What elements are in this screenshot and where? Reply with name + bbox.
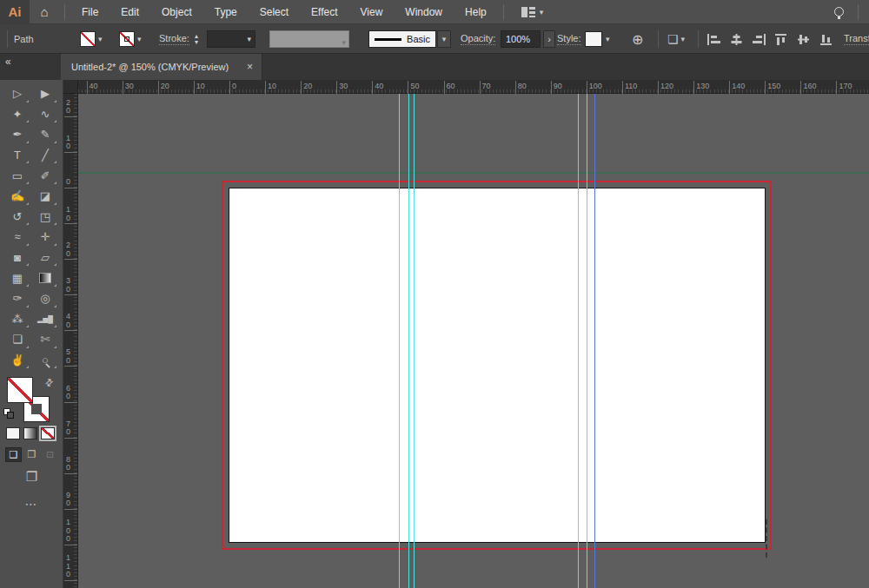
control-divider (658, 30, 659, 48)
shape-builder-tool[interactable]: ◙ (5, 248, 30, 268)
document-tab[interactable]: Untitled-2* @ 150% (CMYK/Preview) × (61, 54, 262, 80)
magic-wand-tool[interactable]: ✦ (5, 104, 30, 125)
default-fill-stroke-icon[interactable] (3, 408, 14, 419)
hruler-label: 70 (480, 81, 491, 94)
gradient-tool[interactable]: ▧ (33, 268, 57, 288)
menu-help[interactable]: Help (454, 0, 498, 24)
horizontal-align-left-button[interactable] (706, 33, 721, 46)
vruler-label: 30 (66, 277, 72, 294)
mesh-tool[interactable]: ▦ (5, 268, 30, 288)
puppet-warp-tool[interactable]: ✛ (33, 227, 57, 248)
slice-tool-icon: ✄ (41, 333, 50, 346)
menu-select[interactable]: Select (249, 0, 300, 24)
vruler-label: 0 (66, 178, 72, 187)
chevron-down-icon: ▾ (681, 35, 686, 43)
ruler-origin-corner[interactable] (63, 80, 78, 94)
app-logo[interactable]: Ai (0, 0, 30, 24)
symbol-sprayer-tool[interactable]: ⁂ (5, 309, 30, 330)
horizontal-align-center-button[interactable] (729, 33, 744, 46)
opacity-panel-arrow[interactable]: › (543, 24, 555, 54)
hruler-label: 130 (693, 81, 709, 94)
vruler-tick (64, 152, 77, 153)
gradient-button[interactable] (23, 427, 37, 439)
stroke-weight-select[interactable]: ▾ (207, 24, 255, 54)
selection-tool[interactable]: ▷ (5, 83, 30, 104)
collapse-panel-icon[interactable]: « (5, 56, 11, 68)
vertical-ruler[interactable]: 20100102030405060708090100110 (63, 94, 78, 588)
eyedropper-tool[interactable]: ✑ (5, 288, 30, 309)
draw-behind-icon[interactable]: ❒ (23, 447, 40, 462)
graphic-style-label[interactable]: Style: (557, 24, 581, 54)
graphic-style-swatch[interactable] (585, 24, 602, 54)
rectangle-tool[interactable]: ▭ (5, 165, 30, 186)
vertical-align-center-button[interactable] (797, 33, 812, 46)
menu-type[interactable]: Type (203, 0, 249, 24)
draw-normal-icon[interactable]: ❑ (5, 447, 22, 462)
canvas[interactable] (78, 94, 869, 588)
close-icon[interactable]: × (247, 61, 253, 73)
menu-edit[interactable]: Edit (109, 0, 150, 24)
stroke-weight-label[interactable]: Stroke: (159, 24, 189, 54)
stroke-color-swatch[interactable] (119, 24, 135, 54)
brush-definition-dropdown[interactable]: ▾ (437, 24, 451, 54)
opacity-input[interactable]: 100% (501, 24, 541, 54)
transform-panel-link[interactable]: Transf (844, 24, 869, 54)
pen-tool-icon: ✒ (13, 128, 23, 141)
fill-color-indicator[interactable] (7, 377, 33, 403)
hruler-label: 30 (123, 81, 134, 94)
artboard-tool[interactable]: ❏ (5, 329, 30, 350)
fill-color-swatch[interactable] (80, 24, 96, 54)
column-graph-tool[interactable]: ▂▅█ (33, 309, 57, 330)
eraser-tool[interactable]: ◪ (33, 186, 57, 207)
vruler-tick (64, 294, 77, 295)
perspective-grid-tool[interactable]: ▱ (33, 248, 57, 268)
menu-window[interactable]: Window (394, 0, 454, 24)
scale-tool[interactable]: ◳ (33, 207, 57, 228)
change-screen-mode-icon[interactable]: ❐ (0, 469, 63, 485)
curvature-tool[interactable]: ✎ (33, 124, 57, 145)
vertical-guide-blue (594, 94, 595, 588)
vertical-align-bottom-icon (819, 33, 834, 46)
zoom-tool[interactable]: ○ (33, 350, 57, 371)
curvature-tool-icon: ✎ (41, 128, 50, 141)
stepper-down-icon[interactable]: ▾ (195, 39, 198, 45)
brush-definition-select[interactable]: Basic (368, 24, 436, 54)
lasso-tool[interactable]: ∿ (33, 104, 57, 125)
hruler-label: 60 (444, 81, 455, 94)
direct-selection-tool[interactable]: ▶ (33, 83, 57, 104)
none-button[interactable] (41, 427, 55, 439)
horizontal-align-center-icon (729, 33, 744, 46)
hruler-label: 30 (336, 81, 348, 94)
horizontal-align-right-button[interactable] (752, 33, 766, 46)
blend-tool[interactable]: ◎ (33, 288, 57, 309)
paintbrush-tool[interactable]: ✐ (33, 165, 57, 186)
workspace-switcher[interactable]: ▾ (521, 7, 544, 17)
graphic-style-dropdown[interactable]: ▾ (606, 24, 610, 54)
home-icon[interactable]: ⌂ (30, 0, 59, 24)
opacity-label[interactable]: Opacity: (461, 24, 495, 54)
vertical-align-bottom-button[interactable] (819, 33, 834, 46)
slice-tool[interactable]: ✄ (33, 329, 57, 350)
menu-effect[interactable]: Effect (300, 0, 348, 24)
menu-view[interactable]: View (349, 0, 395, 24)
discover-lightbulb-icon[interactable] (834, 7, 844, 17)
stroke-color-dropdown[interactable]: ▾ (137, 24, 142, 54)
line-segment-tool[interactable]: ╱ (33, 145, 57, 166)
pencil-tool[interactable]: ✍ (5, 186, 30, 207)
type-tool[interactable]: T (5, 145, 30, 166)
horizontal-ruler[interactable]: 4030201001020304050607080901001101201301… (78, 80, 869, 94)
rotate-tool[interactable]: ↺ (5, 207, 30, 228)
document-info-globe-icon[interactable]: ⊕ (632, 24, 643, 54)
fill-color-dropdown[interactable]: ▾ (98, 24, 103, 54)
menu-file[interactable]: File (70, 0, 109, 24)
edit-toolbar-icon[interactable]: ⋯ (0, 497, 63, 511)
menu-object[interactable]: Object (150, 0, 203, 24)
color-button[interactable] (6, 427, 20, 439)
swap-fill-stroke-icon[interactable]: ⇄ (43, 376, 56, 390)
vertical-align-top-button[interactable] (774, 33, 789, 46)
pen-tool[interactable]: ✒ (5, 124, 30, 145)
stroke-weight-stepper[interactable]: ▴▾ (195, 24, 198, 54)
hand-tool[interactable]: ✌ (5, 350, 30, 371)
width-tool[interactable]: ≈ (5, 227, 30, 248)
document-setup-button[interactable]: ❏ ▾ (667, 24, 685, 54)
